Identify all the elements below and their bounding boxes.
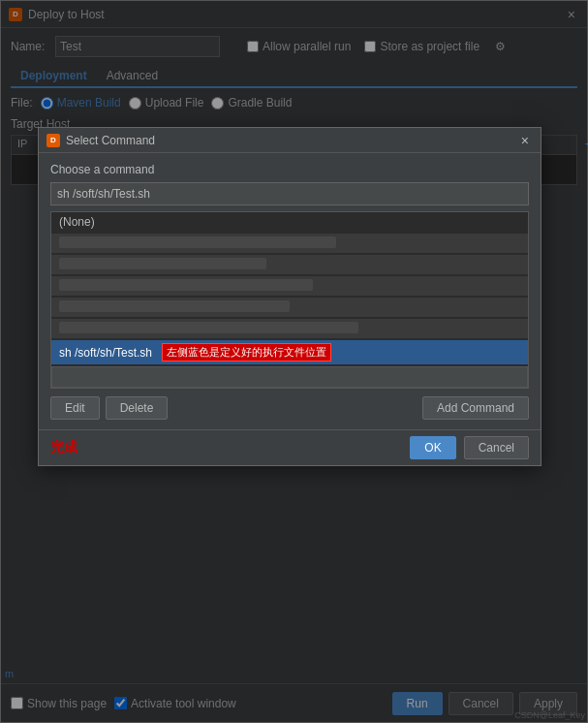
none-item[interactable]: (None) xyxy=(51,212,528,232)
dialog-close-button[interactable]: × xyxy=(517,132,533,149)
dialog-ok-row: 完成 OK Cancel xyxy=(39,429,541,465)
command-input[interactable] xyxy=(50,182,529,205)
dialog-titlebar: D Select Command × xyxy=(39,128,541,153)
delete-button[interactable]: Delete xyxy=(106,396,169,420)
edit-button[interactable]: Edit xyxy=(50,396,100,420)
dialog-titlebar-left: D Select Command xyxy=(46,134,155,147)
dialog-buttons-row: Edit Delete Add Command xyxy=(50,396,529,420)
blurred-item-5 xyxy=(51,319,528,338)
choose-command-label: Choose a command xyxy=(50,163,529,176)
annotation-box: 左侧蓝色是定义好的执行文件位置 xyxy=(162,343,331,362)
dialog-ok-cancel-group: OK Cancel xyxy=(410,436,529,459)
dialog-btn-group-left: Edit Delete xyxy=(50,396,168,420)
blurred-item-1 xyxy=(51,234,528,253)
add-command-button[interactable]: Add Command xyxy=(422,396,529,420)
select-command-dialog: D Select Command × Choose a command (Non… xyxy=(38,127,542,466)
dialog-title: Select Command xyxy=(66,134,155,147)
dialog-cancel-button[interactable]: Cancel xyxy=(464,436,529,459)
blurred-item-3 xyxy=(51,276,528,296)
blurred-item-2 xyxy=(51,255,528,274)
dialog-ok-button[interactable]: OK xyxy=(410,436,455,459)
dialog-app-icon: D xyxy=(46,134,60,147)
selected-command-text: sh /soft/sh/Test.sh xyxy=(59,346,152,360)
blurred-item-4 xyxy=(51,298,528,317)
command-list[interactable]: (None) sh /soft/ xyxy=(50,211,529,389)
dialog-content: Choose a command (None) xyxy=(39,153,541,429)
empty-input-row[interactable] xyxy=(51,366,528,388)
selected-command-item[interactable]: sh /soft/sh/Test.sh 左侧蓝色是定义好的执行文件位置 xyxy=(51,340,528,364)
main-window: D Deploy to Host × Name: Allow parallel … xyxy=(0,0,588,723)
dialog-btn-group-right: Add Command xyxy=(422,396,529,420)
completion-text: 完成 xyxy=(50,439,77,456)
